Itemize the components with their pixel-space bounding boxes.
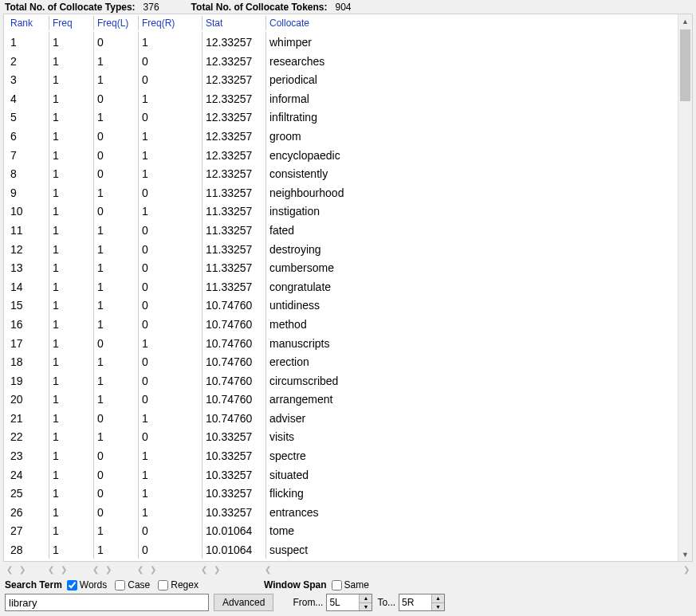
cell-stat: 10.01064 — [202, 520, 265, 539]
cell-freq: 1 — [49, 88, 93, 108]
table-row[interactable]: 1710110.74760manuscripts — [7, 333, 678, 352]
table-row[interactable]: 2610110.33257entrances — [7, 502, 678, 521]
cell-freql: 1 — [93, 69, 138, 88]
cell-freqr: 0 — [138, 520, 202, 539]
header-stat[interactable]: Stat — [202, 16, 265, 30]
table-row[interactable]: 410112.33257informal — [7, 88, 678, 108]
cell-rank: 10 — [7, 201, 49, 220]
scroll-track[interactable] — [678, 28, 692, 547]
cell-stat: 12.33257 — [202, 126, 265, 145]
cell-freql: 1 — [93, 426, 138, 445]
table-row[interactable]: 1511010.74760untidiness — [7, 295, 678, 314]
table-row[interactable]: 110112.33257whimper — [7, 32, 678, 51]
coll-scroll-right-icon[interactable]: ❯ — [680, 565, 693, 574]
cell-freqr: 1 — [138, 88, 202, 108]
coll-scroll-left-icon[interactable]: ❮ — [261, 565, 274, 574]
header-freqr[interactable]: Freq(R) — [138, 16, 202, 30]
stat-scroll-right-icon[interactable]: ❯ — [210, 565, 223, 574]
table-row[interactable]: 311012.33257periodical — [7, 69, 678, 88]
cell-stat: 10.74760 — [202, 371, 265, 390]
header-freq[interactable]: Freq — [49, 16, 93, 30]
cell-freql: 1 — [93, 107, 138, 126]
freqr-scroll-right-icon[interactable]: ❯ — [147, 565, 159, 574]
same-checkbox-label: Same — [344, 579, 369, 590]
freql-scroll-left-icon[interactable]: ❮ — [89, 565, 102, 574]
column-headers: Rank Freq Freq(L) Freq(R) Stat Collocate — [4, 14, 678, 32]
vertical-scrollbar[interactable]: ▲ ▼ — [678, 14, 692, 561]
freq-scroll-left-icon[interactable]: ❮ — [45, 565, 57, 574]
from-spinner[interactable]: ▲ ▼ — [326, 594, 372, 611]
cell-collocate: consistently — [265, 163, 678, 182]
table-row[interactable]: 1010111.33257instigation — [7, 201, 678, 220]
words-checkbox-input[interactable] — [67, 580, 77, 590]
table-row[interactable]: 1111011.33257fated — [7, 220, 678, 239]
table-row[interactable]: 911011.33257neighbourhood — [7, 182, 678, 202]
cell-freql: 1 — [93, 295, 138, 314]
cell-freqr: 0 — [138, 220, 202, 239]
regex-checkbox-label: Regex — [171, 579, 199, 590]
table-row[interactable]: 1311011.33257cumbersome — [7, 257, 678, 277]
cell-rank: 12 — [7, 239, 49, 258]
table-row[interactable]: 2811010.01064suspect — [7, 539, 678, 559]
table-row[interactable]: 1811010.74760erection — [7, 351, 678, 371]
from-spinner-up-icon[interactable]: ▲ — [360, 594, 372, 603]
rank-scroll-right-icon[interactable]: ❯ — [16, 565, 29, 574]
to-spinner-down-icon[interactable]: ▼ — [432, 603, 444, 611]
table-row[interactable]: 2310110.33257spectre — [7, 445, 678, 465]
cell-stat: 11.33257 — [202, 201, 265, 220]
cell-freq: 1 — [49, 295, 93, 314]
to-spinner[interactable]: ▲ ▼ — [399, 594, 445, 611]
from-label: From... — [293, 597, 323, 608]
scroll-up-icon[interactable]: ▲ — [678, 14, 692, 28]
table-row[interactable]: 2110110.74760adviser — [7, 408, 678, 427]
from-spinner-input[interactable] — [327, 594, 359, 610]
scroll-down-icon[interactable]: ▼ — [678, 547, 692, 561]
header-rank[interactable]: Rank — [7, 16, 49, 30]
cell-freq: 1 — [49, 126, 93, 145]
cell-collocate: encyclopaedic — [265, 145, 678, 164]
coll-scroll-track[interactable] — [276, 564, 678, 574]
cell-collocate: neighbourhood — [265, 182, 678, 202]
cell-collocate: tome — [265, 520, 678, 539]
table-row[interactable]: 610112.33257groom — [7, 126, 678, 145]
table-row[interactable]: 1911010.74760circumscribed — [7, 371, 678, 390]
table-row[interactable]: 810112.33257consistently — [7, 163, 678, 182]
same-checkbox[interactable]: Same — [332, 579, 369, 590]
table-row[interactable]: 710112.33257encyclopaedic — [7, 145, 678, 164]
types-label: Total No. of Collocate Types: — [5, 2, 136, 13]
search-input[interactable] — [5, 594, 209, 611]
table-row[interactable]: 511012.33257infiltrating — [7, 107, 678, 126]
table-row[interactable]: 1211011.33257destroying — [7, 239, 678, 258]
cell-collocate: fated — [265, 220, 678, 239]
table-row[interactable]: 1611010.74760method — [7, 314, 678, 333]
table-row[interactable]: 2510110.33257flicking — [7, 483, 678, 502]
cell-freq: 1 — [49, 520, 93, 539]
table-row[interactable]: 2211010.33257visits — [7, 426, 678, 445]
case-checkbox-input[interactable] — [115, 580, 125, 590]
table-row[interactable]: 2011010.74760arrangement — [7, 389, 678, 408]
advanced-button[interactable]: Advanced — [214, 594, 273, 611]
rank-scroll-left-icon[interactable]: ❮ — [3, 565, 16, 574]
to-spinner-input[interactable] — [399, 594, 431, 610]
header-collocate[interactable]: Collocate — [265, 16, 678, 30]
words-checkbox[interactable]: Words — [67, 579, 107, 590]
same-checkbox-input[interactable] — [332, 580, 342, 590]
regex-checkbox-input[interactable] — [158, 580, 168, 590]
cell-freql: 0 — [93, 445, 138, 465]
table-row[interactable]: 211012.33257researches — [7, 51, 678, 70]
regex-checkbox[interactable]: Regex — [158, 579, 199, 590]
freql-scroll-right-icon[interactable]: ❯ — [102, 565, 115, 574]
table-row[interactable]: 2410110.33257situated — [7, 465, 678, 484]
case-checkbox[interactable]: Case — [115, 579, 150, 590]
scroll-thumb[interactable] — [680, 29, 690, 101]
from-spinner-down-icon[interactable]: ▼ — [360, 603, 372, 611]
freqr-scroll-left-icon[interactable]: ❮ — [134, 565, 147, 574]
stat-scroll-left-icon[interactable]: ❮ — [198, 565, 210, 574]
table-row[interactable]: 2711010.01064tome — [7, 520, 678, 539]
table-row[interactable]: 1411011.33257congratulate — [7, 277, 678, 296]
header-freql[interactable]: Freq(L) — [93, 16, 138, 30]
freq-scroll-right-icon[interactable]: ❯ — [57, 565, 70, 574]
to-spinner-up-icon[interactable]: ▲ — [432, 594, 444, 603]
cell-rank: 23 — [7, 445, 49, 465]
cell-rank: 20 — [7, 389, 49, 408]
